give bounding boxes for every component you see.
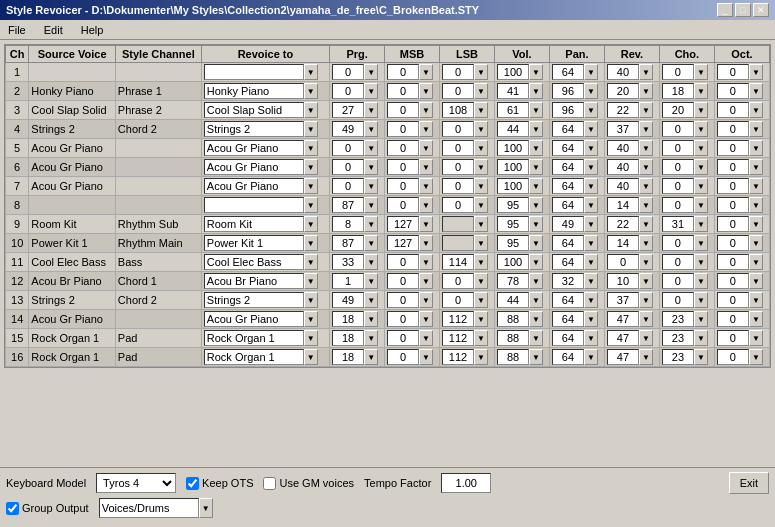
use-gm-voices-label: Use GM voices bbox=[263, 477, 354, 490]
keep-ots-label: Keep OTS bbox=[186, 477, 253, 490]
table-row: 10Power Kit 1Rhythm Main▼▼▼▼▼▼▼▼▼ bbox=[6, 234, 770, 253]
title-bar: Style Revoicer - D:\Dokumenter\My Styles… bbox=[0, 0, 775, 20]
col-ch: Ch bbox=[6, 46, 29, 63]
exit-button[interactable]: Exit bbox=[729, 472, 769, 494]
tempo-input[interactable] bbox=[441, 473, 491, 493]
table-row: 4Strings 2Chord 2▼▼▼▼▼▼▼▼▼ bbox=[6, 120, 770, 139]
col-oct: Oct. bbox=[714, 46, 769, 63]
table-row: 13Strings 2Chord 2▼▼▼▼▼▼▼▼▼ bbox=[6, 291, 770, 310]
table-row: 16Rock Organ 1Pad▼▼▼▼▼▼▼▼▼ bbox=[6, 348, 770, 367]
col-prg: Prg. bbox=[330, 46, 385, 63]
col-revoice-to: Revoice to bbox=[201, 46, 329, 63]
table-row: 7Acou Gr Piano▼▼▼▼▼▼▼▼▼ bbox=[6, 177, 770, 196]
table-row: 5Acou Gr Piano▼▼▼▼▼▼▼▼▼ bbox=[6, 139, 770, 158]
col-rev: Rev. bbox=[604, 46, 659, 63]
col-msb: MSB bbox=[385, 46, 440, 63]
use-gm-checkbox[interactable] bbox=[263, 477, 276, 490]
close-button[interactable]: ✕ bbox=[753, 3, 769, 17]
table-row: 14Acou Gr Piano▼▼▼▼▼▼▼▼▼ bbox=[6, 310, 770, 329]
maximize-button[interactable]: □ bbox=[735, 3, 751, 17]
voices-drums-input[interactable] bbox=[99, 498, 199, 518]
keep-ots-checkbox[interactable] bbox=[186, 477, 199, 490]
group-output-label: Group Output bbox=[6, 502, 89, 515]
table-row: 9Room KitRhythm Sub▼▼▼▼▼▼▼▼▼ bbox=[6, 215, 770, 234]
keyboard-model-label: Keyboard Model bbox=[6, 477, 86, 489]
col-lsb: LSB bbox=[440, 46, 495, 63]
table-row: 12Acou Br PianoChord 1▼▼▼▼▼▼▼▼▼ bbox=[6, 272, 770, 291]
voices-drums-dropdown[interactable]: ▼ bbox=[199, 498, 213, 518]
col-vol: Vol. bbox=[495, 46, 550, 63]
table-row: 11Cool Elec BassBass▼▼▼▼▼▼▼▼▼ bbox=[6, 253, 770, 272]
col-cho: Cho. bbox=[659, 46, 714, 63]
col-pan: Pan. bbox=[549, 46, 604, 63]
menu-file[interactable]: File bbox=[4, 23, 30, 37]
table-row: 15Rock Organ 1Pad▼▼▼▼▼▼▼▼▼ bbox=[6, 329, 770, 348]
col-source-voice: Source Voice bbox=[29, 46, 115, 63]
table-row: 3Cool Slap SolidPhrase 2▼▼▼▼▼▼▼▼▼ bbox=[6, 101, 770, 120]
menu-bar: File Edit Help bbox=[0, 20, 775, 40]
group-output-checkbox[interactable] bbox=[6, 502, 19, 515]
table-row: 1▼▼▼▼▼▼▼▼▼ bbox=[6, 63, 770, 82]
keyboard-model-select[interactable]: Tyros 4 bbox=[96, 473, 176, 493]
bottom-bar: Keyboard Model Tyros 4 Keep OTS Use GM v… bbox=[0, 467, 775, 527]
col-style-channel: Style Channel bbox=[115, 46, 201, 63]
table-row: 6Acou Gr Piano▼▼▼▼▼▼▼▼▼ bbox=[6, 158, 770, 177]
menu-help[interactable]: Help bbox=[77, 23, 108, 37]
title-bar-title: Style Revoicer - D:\Dokumenter\My Styles… bbox=[6, 4, 479, 16]
tempo-factor-label: Tempo Factor bbox=[364, 477, 431, 489]
minimize-button[interactable]: _ bbox=[717, 3, 733, 17]
table-row: 2Honky PianoPhrase 1▼▼▼▼▼▼▼▼▼ bbox=[6, 82, 770, 101]
menu-edit[interactable]: Edit bbox=[40, 23, 67, 37]
table-row: 8▼▼▼▼▼▼▼▼▼ bbox=[6, 196, 770, 215]
